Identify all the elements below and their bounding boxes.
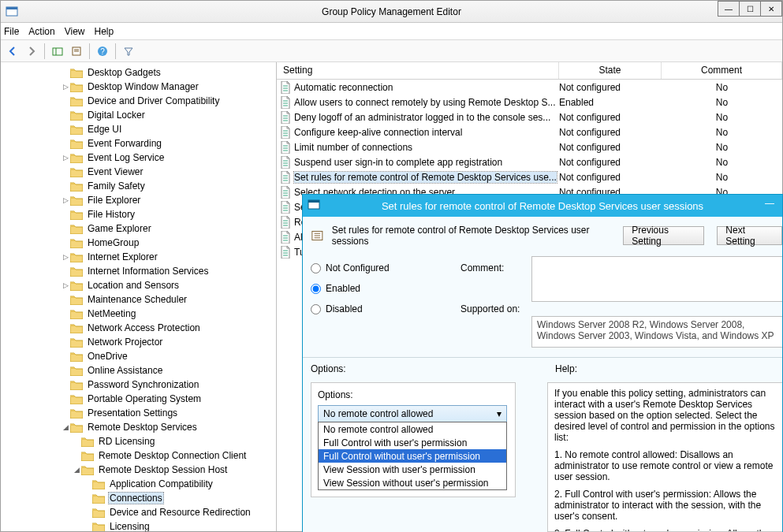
tree-item[interactable]: ▷Location and Sensors: [6, 278, 276, 292]
menu-action[interactable]: Action: [28, 26, 54, 37]
tree-item[interactable]: Edge UI: [6, 122, 276, 136]
setting-state: Not configured: [559, 82, 662, 93]
dropdown-option[interactable]: Full Control with user's permission: [319, 436, 506, 449]
show-hide-button[interactable]: [49, 43, 66, 60]
expand-icon[interactable]: ◢: [72, 466, 81, 474]
tree-item[interactable]: ▷File Explorer: [6, 193, 276, 207]
help-button[interactable]: ?: [94, 43, 111, 60]
tree-item[interactable]: Family Safety: [6, 179, 276, 193]
help-text: 3. Full Control without user's permissio…: [554, 528, 777, 532]
tree-item[interactable]: NetMeeting: [6, 307, 276, 321]
expand-icon[interactable]: ▷: [61, 253, 70, 261]
tree-item[interactable]: Device and Resource Redirection: [6, 505, 276, 519]
tree-item[interactable]: Password Synchronization: [6, 378, 276, 392]
list-row[interactable]: Deny logoff of an administrator logged i…: [277, 110, 782, 125]
options-sublabel: Options:: [318, 389, 509, 400]
tree-item[interactable]: Event Viewer: [6, 165, 276, 179]
tree-item[interactable]: Device and Driver Compatibility: [6, 94, 276, 108]
radio-enabled-label: Enabled: [326, 283, 360, 294]
dropdown-option[interactable]: View Session without user's permission: [319, 476, 506, 489]
list-row[interactable]: Automatic reconnectionNot configuredNo: [277, 80, 782, 95]
tree-item[interactable]: Maintenance Scheduler: [6, 292, 276, 307]
radio-not-configured[interactable]: [311, 263, 321, 273]
tree-item-label: File Explorer: [86, 195, 142, 206]
maximize-button[interactable]: ☐: [739, 1, 761, 17]
previous-setting-button[interactable]: Previous Setting: [623, 226, 704, 245]
tree-item[interactable]: Network Projector: [6, 335, 276, 349]
forward-button[interactable]: [23, 43, 40, 60]
properties-button[interactable]: [68, 43, 85, 60]
back-button[interactable]: [4, 43, 21, 60]
list-row[interactable]: Suspend user sign-in to complete app reg…: [277, 154, 782, 169]
tree-item[interactable]: Online Assistance: [6, 363, 276, 378]
expand-icon[interactable]: ▷: [61, 281, 70, 289]
tree-item[interactable]: Presentation Settings: [6, 406, 276, 420]
tree-item[interactable]: ◢Remote Desktop Services: [6, 420, 276, 434]
setting-state: Not configured: [559, 172, 662, 183]
tree-item[interactable]: Remote Desktop Connection Client: [6, 448, 276, 463]
setting-name: Deny logoff of an administrator logged i…: [294, 112, 550, 123]
menu-file[interactable]: File: [4, 26, 19, 37]
list-row[interactable]: Set rules for remote control of Remote D…: [277, 169, 782, 184]
dialog-minimize-button[interactable]: —: [757, 195, 782, 212]
tree-item[interactable]: ▷Internet Explorer: [6, 250, 276, 264]
help-panel: If you enable this policy setting, admin…: [547, 382, 782, 532]
column-setting[interactable]: Setting: [277, 62, 559, 79]
radio-enabled[interactable]: [311, 284, 321, 294]
list-row[interactable]: Allow users to connect remotely by using…: [277, 95, 782, 110]
dialog-caption: Set rules for remote control of Remote D…: [332, 225, 608, 247]
tree-item[interactable]: File History: [6, 207, 276, 221]
tree-item[interactable]: OneDrive: [6, 349, 276, 363]
tree-item[interactable]: Digital Locker: [6, 108, 276, 122]
comment-textbox[interactable]: [531, 256, 782, 302]
tree-item-label: Device and Resource Redirection: [108, 507, 252, 518]
tree-item-label: Application Compatibility: [108, 478, 214, 489]
close-button[interactable]: ✕: [760, 1, 782, 17]
options-combobox[interactable]: No remote control allowed ▾: [318, 405, 507, 422]
policy-dialog: Set rules for remote control of Remote D…: [302, 194, 783, 532]
window-title: Group Policy Management Editor: [322, 6, 461, 17]
next-setting-button[interactable]: Next Setting: [717, 226, 782, 245]
options-dropdown[interactable]: No remote control allowedFull Control wi…: [318, 422, 507, 490]
tree-item[interactable]: Event Forwarding: [6, 136, 276, 151]
list-row[interactable]: Configure keep-alive connection interval…: [277, 125, 782, 140]
dropdown-option[interactable]: No remote control allowed: [319, 422, 506, 436]
setting-comment: No: [662, 157, 782, 168]
tree-item[interactable]: Connections: [6, 491, 276, 505]
tree-item[interactable]: ◢Remote Desktop Session Host: [6, 463, 276, 477]
tree-item[interactable]: Licensing: [6, 519, 276, 531]
tree-view[interactable]: Desktop Gadgets▷Desktop Window ManagerDe…: [1, 62, 277, 531]
expand-icon[interactable]: ▷: [61, 154, 70, 162]
expand-icon[interactable]: ▷: [61, 83, 70, 91]
radio-disabled[interactable]: [311, 304, 321, 314]
tree-item-label: Portable Operating System: [86, 393, 203, 404]
tree-item[interactable]: Game Explorer: [6, 221, 276, 236]
tree-item[interactable]: Network Access Protection: [6, 321, 276, 335]
expand-icon[interactable]: ▷: [61, 196, 70, 204]
tree-item-label: Event Log Service: [86, 152, 166, 163]
svg-rect-46: [308, 200, 319, 203]
minimize-button[interactable]: —: [718, 1, 740, 17]
list-row[interactable]: Limit number of connectionsNot configure…: [277, 140, 782, 154]
svg-text:?: ?: [100, 47, 105, 56]
column-comment[interactable]: Comment: [662, 62, 782, 79]
menu-view[interactable]: View: [65, 26, 85, 37]
tree-item[interactable]: Portable Operating System: [6, 392, 276, 406]
tree-item[interactable]: ▷Event Log Service: [6, 151, 276, 165]
menu-help[interactable]: Help: [95, 26, 114, 37]
dropdown-option[interactable]: View Session with user's permission: [319, 463, 506, 476]
tree-item[interactable]: Internet Information Services: [6, 264, 276, 278]
tree-item[interactable]: Desktop Gadgets: [6, 65, 276, 80]
tree-item-label: Location and Sensors: [86, 280, 181, 291]
dropdown-option[interactable]: Full Control without user's permission: [319, 449, 506, 463]
help-text: 1. No remote control allowed: Disallows …: [554, 449, 777, 482]
expand-icon[interactable]: ◢: [61, 423, 70, 431]
tree-item-label: Network Access Protection: [86, 322, 202, 333]
tree-item[interactable]: RD Licensing: [6, 434, 276, 448]
supported-on-text: Windows Server 2008 R2, Windows Server 2…: [531, 316, 782, 348]
tree-item[interactable]: Application Compatibility: [6, 477, 276, 491]
filter-button[interactable]: [120, 43, 137, 60]
column-state[interactable]: State: [559, 62, 662, 79]
tree-item[interactable]: HomeGroup: [6, 236, 276, 250]
tree-item[interactable]: ▷Desktop Window Manager: [6, 80, 276, 94]
